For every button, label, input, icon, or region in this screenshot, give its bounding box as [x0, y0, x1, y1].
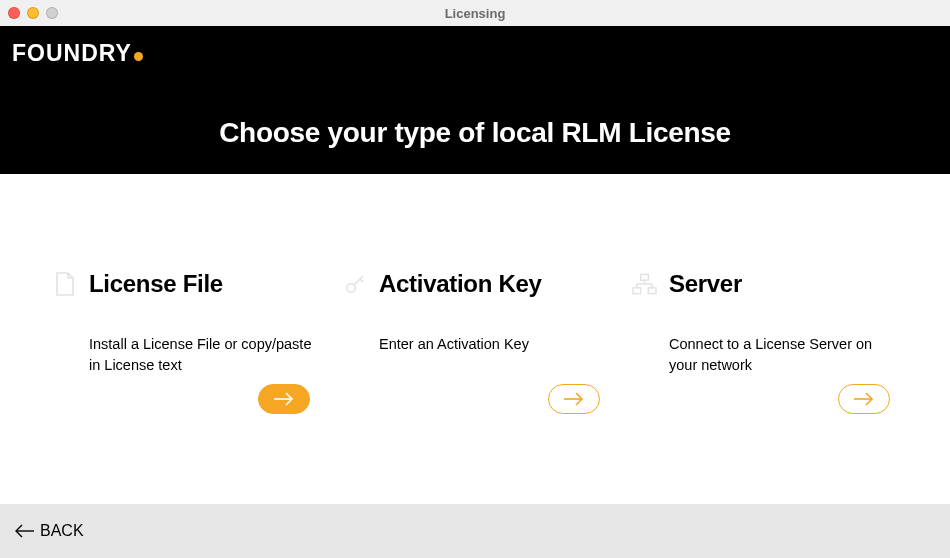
arrow-left-icon	[12, 524, 36, 538]
back-label: BACK	[40, 522, 84, 540]
svg-rect-5	[641, 274, 649, 280]
option-header: License File	[52, 270, 318, 298]
option-header: Activation Key	[342, 270, 608, 298]
server-next-button[interactable]	[838, 384, 890, 414]
option-server: Server Connect to a License Server on yo…	[620, 270, 910, 376]
option-title: Server	[669, 270, 742, 298]
zoom-window-button[interactable]	[46, 7, 58, 19]
svg-point-1	[346, 284, 354, 292]
header: FOUNDRY Choose your type of local RLM Li…	[0, 26, 950, 174]
window-titlebar: Licensing	[0, 0, 950, 26]
network-icon	[632, 272, 657, 297]
brand-name: FOUNDRY	[12, 40, 132, 66]
license-file-next-button[interactable]	[258, 384, 310, 414]
page-title: Choose your type of local RLM License	[0, 117, 950, 149]
option-description: Install a License File or copy/paste in …	[52, 334, 312, 376]
footer-bar: BACK	[0, 504, 950, 558]
file-icon	[52, 272, 77, 297]
svg-line-3	[360, 279, 363, 282]
close-window-button[interactable]	[8, 7, 20, 19]
option-description: Enter an Activation Key	[342, 334, 602, 355]
window-title: Licensing	[0, 6, 950, 21]
option-title: License File	[89, 270, 223, 298]
option-title: Activation Key	[379, 270, 542, 298]
brand-logo: FOUNDRY	[0, 26, 950, 67]
option-activation-key: Activation Key Enter an Activation Key	[330, 270, 620, 376]
brand-accent-dot-icon	[134, 52, 143, 61]
option-description: Connect to a License Server on your netw…	[632, 334, 892, 376]
key-icon	[342, 272, 367, 297]
options-row: License File Install a License File or c…	[0, 174, 950, 376]
option-license-file: License File Install a License File or c…	[40, 270, 330, 376]
minimize-window-button[interactable]	[27, 7, 39, 19]
activation-key-next-button[interactable]	[548, 384, 600, 414]
traffic-lights	[8, 7, 58, 19]
svg-rect-7	[648, 288, 656, 294]
option-header: Server	[632, 270, 898, 298]
svg-rect-6	[633, 288, 641, 294]
back-button[interactable]: BACK	[12, 522, 84, 540]
